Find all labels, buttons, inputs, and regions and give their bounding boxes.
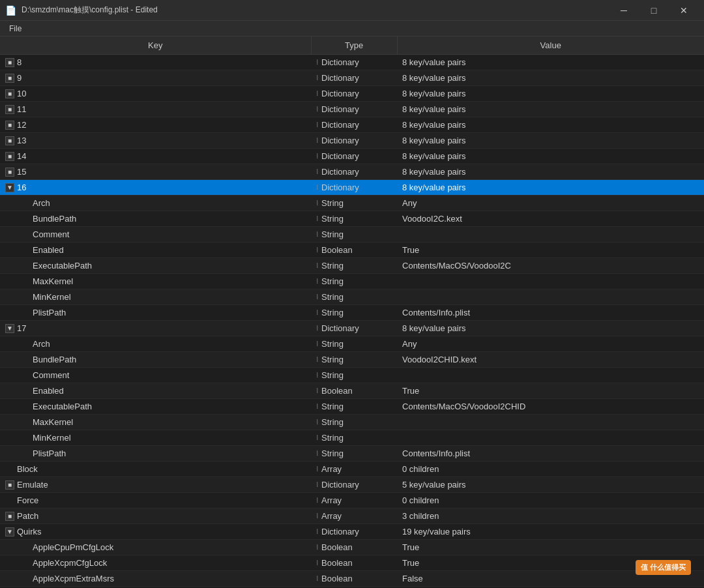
type-label: Dictionary xyxy=(321,104,359,114)
key-label: 12 xyxy=(17,120,26,130)
header-value[interactable]: Value xyxy=(397,37,704,55)
type-cell: ⁞Array xyxy=(311,462,397,477)
key-cell: Block xyxy=(0,462,311,477)
key-label: PlistPath xyxy=(33,308,66,317)
table-row[interactable]: Block⁞Array0 children xyxy=(0,462,704,477)
expander-icon[interactable]: ■ xyxy=(5,168,14,177)
type-cell: ⁞Dictionary xyxy=(311,180,397,196)
key-cell: MaxKernel xyxy=(0,415,311,430)
key-cell: Comment xyxy=(0,368,311,383)
table-row[interactable]: ExecutablePath⁞StringContents/MacOS/Vood… xyxy=(0,399,704,415)
expander-icon[interactable]: ■ xyxy=(5,136,14,145)
key-label: 9 xyxy=(17,73,22,83)
type-cell: ⁞Array xyxy=(311,508,397,524)
table-row[interactable]: ■14⁞Dictionary8 key/value pairs xyxy=(0,149,704,164)
table-row[interactable]: ■11⁞Dictionary8 key/value pairs xyxy=(0,102,704,117)
key-cell: ■14 xyxy=(0,149,311,164)
expander-icon[interactable]: ▼ xyxy=(5,527,14,537)
maximize-button[interactable]: □ xyxy=(639,0,669,21)
key-cell: AppleCpuPmCfgLock xyxy=(0,540,311,555)
expander-icon[interactable]: ■ xyxy=(5,121,14,130)
key-cell: MaxKernel xyxy=(0,274,311,289)
type-icon: ⁞ xyxy=(316,355,319,364)
table-row[interactable]: MinKernel⁞String xyxy=(0,430,704,446)
key-cell: MinKernel xyxy=(0,289,311,305)
table-row[interactable]: Enabled⁞BooleanTrue xyxy=(0,243,704,258)
type-icon: ⁞ xyxy=(316,402,319,411)
type-label: String xyxy=(321,370,344,380)
table-row[interactable]: ■12⁞Dictionary8 key/value pairs xyxy=(0,117,704,133)
expander-icon[interactable]: ▼ xyxy=(5,183,14,192)
app-icon: 📄 xyxy=(5,5,16,16)
type-icon: ⁞ xyxy=(316,574,319,583)
table-row[interactable]: ■10⁞Dictionary8 key/value pairs xyxy=(0,86,704,102)
type-label: String xyxy=(321,292,344,302)
expander-icon[interactable]: ■ xyxy=(5,74,14,83)
table-row[interactable]: Force⁞Array0 children xyxy=(0,493,704,508)
table-row[interactable]: Comment⁞String xyxy=(0,227,704,243)
type-icon: ⁞ xyxy=(316,105,319,113)
value-cell: 5 key/value pairs xyxy=(397,477,704,493)
table-row[interactable]: Arch⁞StringAny xyxy=(0,196,704,211)
table-row[interactable]: ■Emulate⁞Dictionary5 key/value pairs xyxy=(0,477,704,493)
type-label: Dictionary xyxy=(321,136,359,145)
minimize-button[interactable]: ─ xyxy=(609,0,639,21)
key-label: MinKernel xyxy=(33,292,71,302)
expander-icon[interactable]: ■ xyxy=(5,480,14,490)
table-row[interactable]: Arch⁞StringAny xyxy=(0,336,704,352)
table-row[interactable]: AppleXcpmExtraMsrs⁞BooleanFalse xyxy=(0,571,704,587)
type-label: Boolean xyxy=(321,542,353,552)
table-row[interactable]: BundlePath⁞StringVoodooI2CHID.kext xyxy=(0,352,704,368)
table-container[interactable]: Key Type Value ■8⁞Dictionary8 key/value … xyxy=(0,37,704,588)
key-cell: Force xyxy=(0,493,311,508)
table-row[interactable]: ■13⁞Dictionary8 key/value pairs xyxy=(0,133,704,149)
menu-file[interactable]: File xyxy=(3,23,28,35)
key-label: 17 xyxy=(17,323,26,333)
value-cell: 8 key/value pairs xyxy=(397,149,704,164)
header-key[interactable]: Key xyxy=(0,37,311,55)
value-cell xyxy=(397,368,704,383)
table-row[interactable]: ■15⁞Dictionary8 key/value pairs xyxy=(0,164,704,180)
key-label: Force xyxy=(17,495,38,505)
table-row[interactable]: ▼17⁞Dictionary8 key/value pairs xyxy=(0,321,704,336)
table-row[interactable]: ■9⁞Dictionary8 key/value pairs xyxy=(0,70,704,86)
table-row[interactable]: ■8⁞Dictionary8 key/value pairs xyxy=(0,55,704,70)
key-cell: ■10 xyxy=(0,86,311,102)
table-row[interactable]: ExecutablePath⁞StringContents/MacOS/Vood… xyxy=(0,258,704,274)
data-table: Key Type Value ■8⁞Dictionary8 key/value … xyxy=(0,37,704,588)
expander-icon[interactable]: ■ xyxy=(5,105,14,114)
key-label: Comment xyxy=(33,370,69,380)
key-label: 14 xyxy=(17,151,26,161)
type-label: String xyxy=(321,339,344,349)
table-row[interactable]: Comment⁞String xyxy=(0,368,704,383)
table-row[interactable]: PlistPath⁞StringContents/Info.plist xyxy=(0,305,704,321)
type-icon: ⁞ xyxy=(316,340,319,348)
table-row[interactable]: BundlePath⁞StringVoodooI2C.kext xyxy=(0,211,704,227)
expander-icon[interactable]: ■ xyxy=(5,152,14,161)
table-row[interactable]: ▼Quirks⁞Dictionary19 key/value pairs xyxy=(0,524,704,540)
expander-icon[interactable]: ■ xyxy=(5,89,14,98)
type-icon: ⁞ xyxy=(316,74,319,82)
table-row[interactable]: MaxKernel⁞String xyxy=(0,415,704,430)
type-cell: ⁞Dictionary xyxy=(311,86,397,102)
expander-icon[interactable]: ■ xyxy=(5,58,14,67)
key-cell: ■Patch xyxy=(0,508,311,524)
key-cell: ■15 xyxy=(0,164,311,180)
value-cell: Contents/Info.plist xyxy=(397,305,704,321)
type-label: Dictionary xyxy=(321,183,359,192)
key-label: BundlePath xyxy=(33,355,76,364)
header-type[interactable]: Type xyxy=(311,37,397,55)
table-row[interactable]: ▼16⁞Dictionary8 key/value pairs xyxy=(0,180,704,196)
table-row[interactable]: PlistPath⁞StringContents/Info.plist xyxy=(0,446,704,462)
table-row[interactable]: ■Patch⁞Array3 children xyxy=(0,508,704,524)
table-row[interactable]: AppleXcpmCfgLock⁞BooleanTrue xyxy=(0,555,704,571)
key-cell: ■8 xyxy=(0,55,311,70)
close-button[interactable]: ✕ xyxy=(669,0,699,21)
value-cell: True xyxy=(397,243,704,258)
expander-icon[interactable]: ▼ xyxy=(5,324,14,333)
table-row[interactable]: MinKernel⁞String xyxy=(0,289,704,305)
table-row[interactable]: AppleCpuPmCfgLock⁞BooleanTrue xyxy=(0,540,704,555)
expander-icon[interactable]: ■ xyxy=(5,512,14,521)
table-row[interactable]: MaxKernel⁞String xyxy=(0,274,704,289)
table-row[interactable]: Enabled⁞BooleanTrue xyxy=(0,383,704,399)
